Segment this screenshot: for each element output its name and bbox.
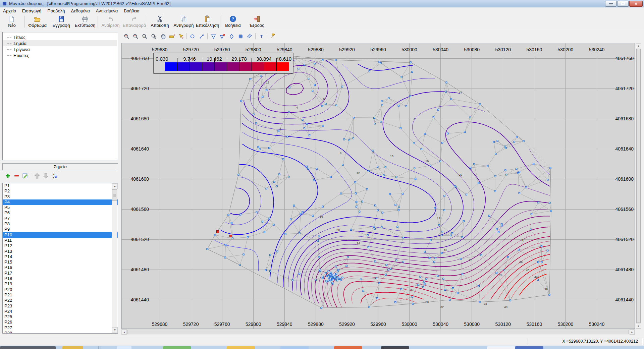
point-list-item-P21[interactable]: P21 [3, 292, 118, 298]
restore-button[interactable] [617, 1, 629, 7]
wrench-tool-button[interactable] [269, 33, 277, 40]
menu-item-4[interactable]: Δεδομένα [68, 8, 93, 14]
point-list-item-P12[interactable]: P12 [3, 243, 118, 248]
segment-tool-button[interactable] [198, 33, 206, 40]
add-button[interactable] [4, 173, 11, 179]
points-list-scrollbar[interactable]: ▲ ▼ [112, 183, 117, 333]
circle-tool-button[interactable] [189, 33, 197, 40]
copy-pages-button[interactable]: Αντιγραφή [172, 14, 196, 29]
hatch-tool-button[interactable] [246, 33, 254, 40]
zoom-out-button[interactable] [131, 33, 140, 40]
cut-scissors-button[interactable]: Αποκοπή [148, 14, 172, 29]
paste-clipboard-button[interactable]: Επικόλληση [196, 14, 219, 29]
pan-hand-button[interactable] [159, 33, 167, 40]
point-list-item-P17[interactable]: P17 [3, 271, 118, 276]
triangle-tool-button[interactable] [209, 33, 217, 40]
menu-item-2[interactable]: Εισαγωγή [19, 8, 44, 14]
menu-item-6[interactable]: Βοήθεια [121, 8, 143, 14]
point-list-item-P19[interactable]: P19 [3, 281, 118, 287]
move-up-button[interactable] [34, 173, 40, 179]
point-list-item-P13[interactable]: P13 [3, 249, 118, 254]
text-tool-button[interactable]: T [257, 33, 265, 40]
taskbar-app-dark[interactable] [381, 346, 409, 349]
taskbar-separator[interactable] [101, 346, 101, 349]
open-folder-button[interactable]: Φόρτωμα [25, 14, 49, 29]
scroll-left-icon[interactable]: ◄ [122, 330, 127, 335]
zoom-in-button[interactable] [122, 33, 130, 40]
points-list[interactable]: P1P2P3P4P5P6P7P8P9P10P11P12P13P14P15P16P… [2, 183, 118, 334]
taskbar-app-yellow[interactable] [227, 346, 255, 349]
close-button[interactable]: ✕ [629, 1, 643, 7]
point-list-item-P16[interactable]: P16 [3, 265, 118, 270]
new-file-button[interactable]: Νέο [0, 14, 24, 29]
remove-button[interactable] [13, 173, 20, 179]
map-horizontal-scrollbar[interactable]: ◄ ► [121, 329, 635, 335]
exit-door-button[interactable]: Έξοδος [245, 14, 269, 29]
triangle-delete-button[interactable] [218, 33, 226, 40]
scroll-right-icon[interactable]: ► [630, 330, 635, 335]
zoom-100-button[interactable]: 100 [141, 33, 149, 40]
menu-item-1[interactable]: Αρχείο [0, 8, 19, 14]
zoom-window-button[interactable] [150, 33, 158, 40]
taskbar-separator[interactable] [98, 346, 99, 349]
taskbar-search[interactable] [117, 346, 131, 349]
map-canvas[interactable]: 4812481216162012844162024282436364044482… [121, 43, 635, 329]
x-axis-label-bottom: 529720 [183, 322, 199, 327]
map-vertical-scrollbar[interactable]: ▲ ▼ [636, 43, 641, 329]
tree-item-1[interactable]: Τίτλος [3, 34, 117, 40]
point-list-item-P24[interactable]: P24 [3, 309, 118, 314]
point-list-item-P4[interactable]: P4 [3, 199, 118, 205]
selected-point-marker[interactable] [217, 231, 219, 233]
terrain-model-map[interactable]: 4812481216162012844162024282436364044482… [122, 43, 635, 329]
taskbar-app-terrain[interactable] [515, 346, 543, 349]
point-list-item-P28[interactable]: P28 [3, 331, 118, 334]
scroll-down-icon[interactable]: ▼ [112, 327, 118, 333]
scroll-up-icon[interactable]: ▲ [112, 183, 118, 189]
point-list-item-P20[interactable]: P20 [3, 287, 118, 292]
point-list-item-P5[interactable]: P5 [3, 205, 118, 210]
scroll-down-icon[interactable]: ▼ [636, 324, 641, 329]
point-list-item-P22[interactable]: P22 [3, 298, 118, 303]
sort-az-button[interactable]: AZ [51, 173, 58, 179]
tree-item-4[interactable]: Ετικέτες [3, 52, 117, 58]
taskbar-folder[interactable] [62, 346, 83, 349]
help-circle-button[interactable]: ?Βοήθεια [221, 14, 245, 29]
point-list-item-P26[interactable]: P26 [3, 319, 118, 325]
taskbar-app-white[interactable] [487, 346, 515, 349]
edit-button[interactable] [22, 173, 29, 179]
minimize-button[interactable] [605, 1, 616, 7]
point-list-item-P23[interactable]: P23 [3, 303, 118, 309]
menu-item-5[interactable]: Αντικείμενα [93, 8, 121, 14]
taskbar-app-green[interactable] [163, 346, 191, 349]
tree-item-3[interactable]: Τρίγωνα [3, 46, 117, 52]
point-list-item-P2[interactable]: P2 [3, 188, 118, 194]
point-list-item-P15[interactable]: P15 [3, 259, 118, 265]
point-list-item-P25[interactable]: P25 [3, 314, 118, 319]
point-list-item-P1[interactable]: P1 [3, 183, 118, 188]
start-button[interactable] [0, 346, 56, 349]
point-list-item-P7[interactable]: P7 [3, 216, 118, 221]
tree-item-2[interactable]: Σημεία [3, 40, 117, 46]
point-list-item-P9[interactable]: P9 [3, 227, 118, 232]
mesh-tool-button[interactable] [236, 33, 245, 40]
point-list-item-P3[interactable]: P3 [3, 194, 118, 199]
printer-button[interactable]: Εκτύπωση [73, 14, 97, 29]
menu-item-3[interactable]: Προβολή [44, 8, 68, 14]
point-list-item-P18[interactable]: P18 [3, 276, 118, 281]
point-list-item-P10[interactable]: P10 [3, 232, 118, 238]
help-pointer-button[interactable]: ? [177, 33, 185, 40]
scroll-thumb[interactable] [112, 189, 117, 201]
point-list-item-P6[interactable]: P6 [3, 210, 118, 216]
move-down-button[interactable] [42, 173, 49, 179]
scroll-up-icon[interactable]: ▲ [636, 43, 641, 48]
selected-point-marker[interactable] [230, 235, 232, 237]
diamond-tool-button[interactable] [227, 33, 235, 40]
measure-ruler-button[interactable]: ? [168, 33, 176, 40]
point-list-item-P11[interactable]: P11 [3, 238, 118, 243]
point-list-item-P14[interactable]: P14 [3, 254, 118, 259]
save-floppy-button[interactable]: Εγγραφή [49, 14, 73, 29]
point-list-item-P27[interactable]: P27 [3, 325, 118, 331]
taskbar-app-blue[interactable] [280, 346, 309, 349]
point-list-item-P8[interactable]: P8 [3, 221, 118, 227]
taskbar-app-orange[interactable] [334, 346, 362, 349]
